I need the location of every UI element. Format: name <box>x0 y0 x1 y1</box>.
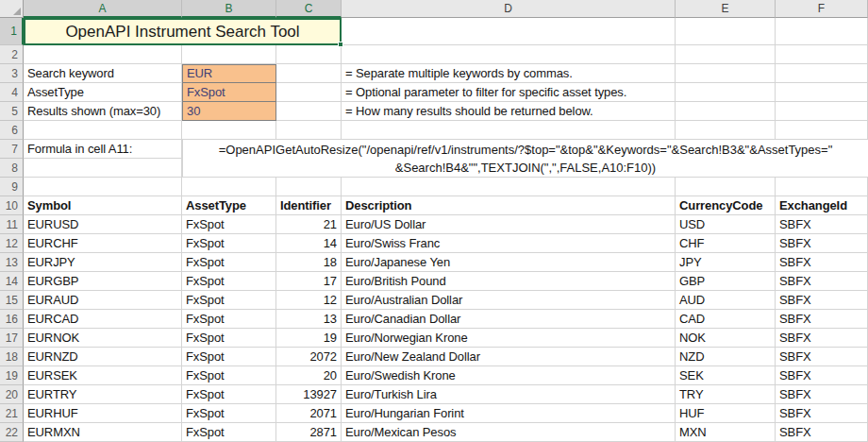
cell-f12[interactable]: SBFX <box>776 234 868 253</box>
cell-a22[interactable]: EURMXN <box>24 423 182 442</box>
cell-c17[interactable]: 19 <box>276 329 342 348</box>
cell-d16[interactable]: Euro/Canadian Dollar <box>342 310 676 329</box>
cell-b11[interactable]: FxSpot <box>182 215 276 234</box>
cell-f19[interactable]: SBFX <box>776 366 868 385</box>
cell-c6[interactable] <box>276 121 342 140</box>
column-header-b[interactable]: B <box>182 0 276 18</box>
cell-f16[interactable]: SBFX <box>776 310 868 329</box>
cell-e3[interactable] <box>676 64 776 83</box>
row-header-2[interactable]: 2 <box>0 45 24 64</box>
cell-a13[interactable]: EURJPY <box>24 253 182 272</box>
cell-d6[interactable] <box>342 121 676 140</box>
cell-c16[interactable]: 13 <box>276 310 342 329</box>
cell-b6[interactable] <box>182 121 276 140</box>
cell-e19[interactable]: SEK <box>676 366 776 385</box>
cell-a20[interactable]: EURTRY <box>24 385 182 404</box>
cell-b9[interactable] <box>182 178 276 196</box>
cell-e1[interactable] <box>676 18 776 45</box>
cell-d11[interactable]: Euro/US Dollar <box>342 215 676 234</box>
cell-f1[interactable] <box>776 18 868 45</box>
cell-f5[interactable] <box>776 102 868 121</box>
fill-handle[interactable] <box>338 42 343 47</box>
row-header-22[interactable]: 22 <box>0 423 24 442</box>
cell-c18[interactable]: 2072 <box>276 348 342 366</box>
param-note-results-shown-max-30[interactable]: = How many results should be returned be… <box>342 102 676 121</box>
cell-d9[interactable] <box>342 178 676 196</box>
cell-e14[interactable]: GBP <box>676 272 776 291</box>
row-header-3[interactable]: 3 <box>0 64 24 83</box>
cell-f22[interactable]: SBFX <box>776 423 868 442</box>
cell-f14[interactable]: SBFX <box>776 272 868 291</box>
cell-f21[interactable]: SBFX <box>776 404 868 423</box>
cell-e21[interactable]: HUF <box>676 404 776 423</box>
param-label-assettype[interactable]: AssetType <box>24 83 182 102</box>
cell-c9[interactable] <box>276 178 342 196</box>
cell-c4[interactable] <box>276 83 342 102</box>
cell-b20[interactable]: FxSpot <box>182 385 276 404</box>
select-all-corner[interactable] <box>0 0 24 18</box>
cell-e13[interactable]: JPY <box>676 253 776 272</box>
cell-d14[interactable]: Euro/British Pound <box>342 272 676 291</box>
cell-c19[interactable]: 20 <box>276 366 342 385</box>
cell-c14[interactable]: 17 <box>276 272 342 291</box>
title-cell[interactable]: OpenAPI Instrument Search Tool <box>24 18 342 45</box>
row-header-6[interactable]: 6 <box>0 121 24 140</box>
cell-c3[interactable] <box>276 64 342 83</box>
cell-d13[interactable]: Euro/Japanese Yen <box>342 253 676 272</box>
param-input-results-shown-max-30[interactable]: 30 <box>182 102 276 121</box>
row-header-15[interactable]: 15 <box>0 291 24 310</box>
cell-a11[interactable]: EURUSD <box>24 215 182 234</box>
param-input-assettype[interactable]: FxSpot <box>182 83 276 102</box>
cell-f2[interactable] <box>776 45 868 64</box>
cell-e16[interactable]: CAD <box>676 310 776 329</box>
cell-d12[interactable]: Euro/Swiss Franc <box>342 234 676 253</box>
cell-f13[interactable]: SBFX <box>776 253 868 272</box>
row-header-17[interactable]: 17 <box>0 329 24 348</box>
cell-b18[interactable]: FxSpot <box>182 348 276 366</box>
cell-b14[interactable]: FxSpot <box>182 272 276 291</box>
cell-e5[interactable] <box>676 102 776 121</box>
row-header-20[interactable]: 20 <box>0 385 24 404</box>
row-header-9[interactable]: 9 <box>0 178 24 196</box>
param-note-search-keyword[interactable]: = Separate multiple keywords by commas. <box>342 64 676 83</box>
cell-d18[interactable]: Euro/New Zealand Dollar <box>342 348 676 366</box>
formula-cell[interactable]: =OpenAPIGetAutoResize("/openapi/ref/v1/i… <box>182 140 868 178</box>
cell-a12[interactable]: EURCHF <box>24 234 182 253</box>
cell-b13[interactable]: FxSpot <box>182 253 276 272</box>
cell-b22[interactable]: FxSpot <box>182 423 276 442</box>
cell-a19[interactable]: EURSEK <box>24 366 182 385</box>
row-header-10[interactable]: 10 <box>0 196 24 215</box>
row-header-12[interactable]: 12 <box>0 234 24 253</box>
cell-e11[interactable]: USD <box>676 215 776 234</box>
cell-c15[interactable]: 12 <box>276 291 342 310</box>
column-title-assettype[interactable]: AssetType <box>182 196 276 215</box>
cell-a16[interactable]: EURCAD <box>24 310 182 329</box>
cell-b2[interactable] <box>182 45 276 64</box>
cell-a15[interactable]: EURAUD <box>24 291 182 310</box>
cell-e9[interactable] <box>676 178 776 196</box>
cell-c11[interactable]: 21 <box>276 215 342 234</box>
cell-e2[interactable] <box>676 45 776 64</box>
cell-d19[interactable]: Euro/Swedish Krone <box>342 366 676 385</box>
cell-a14[interactable]: EURGBP <box>24 272 182 291</box>
cell-a18[interactable]: EURNZD <box>24 348 182 366</box>
cell-e6[interactable] <box>676 121 776 140</box>
cell-d2[interactable] <box>342 45 676 64</box>
row-header-1[interactable]: 1 <box>0 18 24 45</box>
cell-b15[interactable]: FxSpot <box>182 291 276 310</box>
row-header-13[interactable]: 13 <box>0 253 24 272</box>
column-header-d[interactable]: D <box>342 0 676 18</box>
cell-e22[interactable]: MXN <box>676 423 776 442</box>
column-title-symbol[interactable]: Symbol <box>24 196 182 215</box>
cell-f15[interactable]: SBFX <box>776 291 868 310</box>
row-header-11[interactable]: 11 <box>0 215 24 234</box>
row-header-19[interactable]: 19 <box>0 366 24 385</box>
cell-c2[interactable] <box>276 45 342 64</box>
cell-d17[interactable]: Euro/Norwegian Krone <box>342 329 676 348</box>
cell-d21[interactable]: Euro/Hungarian Forint <box>342 404 676 423</box>
column-title-identifier[interactable]: Identifier <box>276 196 342 215</box>
cell-c22[interactable]: 2871 <box>276 423 342 442</box>
param-label-results-shown-max-30[interactable]: Results shown (max=30) <box>24 102 182 121</box>
param-note-assettype[interactable]: = Optional parameter to filter for speci… <box>342 83 676 102</box>
row-header-18[interactable]: 18 <box>0 348 24 366</box>
